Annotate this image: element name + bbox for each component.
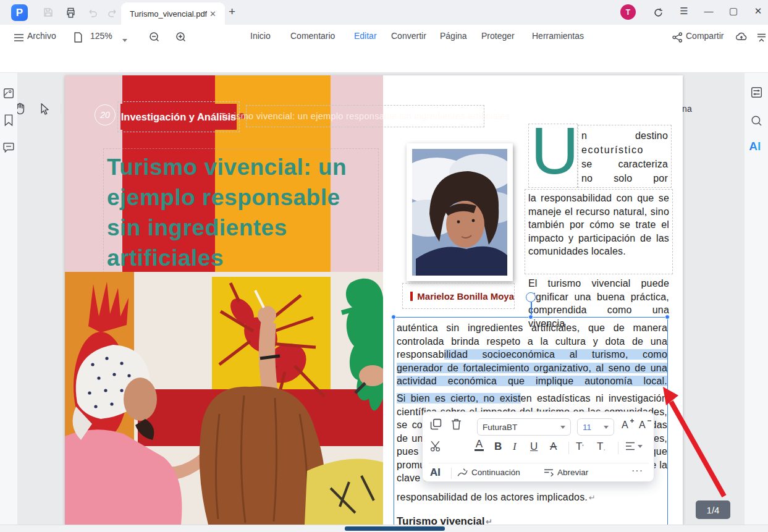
article-title[interactable]: Turismo vivencial: un ejemplo responsabl… xyxy=(107,152,376,273)
zoom-level-value[interactable]: 125% xyxy=(90,31,112,41)
thumbnails-icon[interactable] xyxy=(2,87,15,100)
menu-archivo[interactable]: Archivo xyxy=(27,31,56,41)
zoom-in-icon[interactable] xyxy=(175,31,187,43)
document-tab[interactable]: Turismo_vivencial.pdf ✕ xyxy=(121,2,225,25)
mural-photo[interactable] xyxy=(65,272,383,525)
select-cursor-icon[interactable] xyxy=(38,103,51,115)
tab-comentario[interactable]: Comentario xyxy=(290,31,335,41)
tab-editar[interactable]: Editar xyxy=(354,31,377,41)
zoom-out-icon[interactable] xyxy=(148,31,161,43)
redo-icon[interactable] xyxy=(106,6,119,19)
selected-paragraph[interactable]: auténtica sin ingredientes artificiales,… xyxy=(397,321,667,391)
svg-text:A: A xyxy=(622,420,628,430)
collapse-toolbar-icon[interactable] xyxy=(755,32,767,44)
intro-line[interactable]: no solo por xyxy=(581,171,668,185)
tab-inicio[interactable]: Inicio xyxy=(250,31,271,41)
caption-block[interactable]: Marieloz Bonilla Moya xyxy=(402,283,515,309)
ai-assistant-icon[interactable]: AI xyxy=(748,140,762,153)
font-family-value: FuturaBT xyxy=(483,423,517,432)
left-panel-bar xyxy=(0,73,17,525)
page-number-circle: 20 xyxy=(95,104,116,125)
selection-handle-topleft[interactable] xyxy=(391,315,396,319)
body-tail-text: responsabilidad de los actores implicado… xyxy=(397,492,588,502)
paragraph-return-mark: ↵ xyxy=(589,493,596,502)
red-arrow-annotation xyxy=(643,371,748,510)
portrait-photo[interactable] xyxy=(407,143,513,281)
italic-button[interactable]: I xyxy=(513,441,517,453)
comments-icon[interactable] xyxy=(2,140,15,154)
close-button[interactable]: ✕ xyxy=(751,6,765,17)
font-family-select[interactable]: FuturaBT xyxy=(477,418,571,436)
print-icon[interactable] xyxy=(64,6,77,19)
page-display-icon[interactable] xyxy=(72,31,84,43)
search-icon[interactable] xyxy=(749,114,763,127)
zoom-caret-icon[interactable] xyxy=(119,34,131,46)
minimize-button[interactable]: — xyxy=(702,6,715,16)
increase-font-icon[interactable]: A xyxy=(620,418,634,431)
continuacion-button[interactable]: Continuación xyxy=(457,468,520,477)
tab-title: Turismo_vivencial.pdf xyxy=(130,9,207,19)
next-heading-text: Turismo vivencial xyxy=(397,515,484,525)
pen-icon xyxy=(457,468,468,477)
rotate-handle[interactable] xyxy=(526,292,536,302)
body-paragraph-tail[interactable]: responsabilidad de los actores implicado… xyxy=(397,491,667,505)
abreviar-button[interactable]: Abreviar xyxy=(544,468,588,477)
tab-convertir[interactable]: Convertir xyxy=(391,31,426,41)
font-size-select[interactable]: 11 xyxy=(577,418,614,436)
intro-line[interactable]: ecoturístico xyxy=(581,143,668,157)
header-label-band: Investigación y Análisis xyxy=(120,104,237,130)
more-options-button[interactable]: ··· xyxy=(631,465,643,476)
superscript-button[interactable]: Tʹ xyxy=(576,441,583,453)
running-title: Turismo vivencial: un ejemplo responsabl… xyxy=(221,111,510,121)
strikethrough-button[interactable]: A xyxy=(550,441,557,453)
bookmark-icon[interactable] xyxy=(2,113,15,127)
maximize-button[interactable]: ▢ xyxy=(727,6,740,17)
ai-toolbar-icon[interactable]: AI xyxy=(430,467,441,479)
delete-icon[interactable] xyxy=(451,418,462,430)
tab-pagina[interactable]: Página xyxy=(440,31,467,41)
page-indicator-badge: 1/4 xyxy=(696,500,730,519)
copy-icon[interactable] xyxy=(430,418,442,430)
horizontal-scrollbar-thumb[interactable] xyxy=(345,526,445,531)
properties-panel-icon[interactable] xyxy=(749,85,763,99)
sync-icon[interactable] xyxy=(652,6,664,19)
heading-return-mark: ↵ xyxy=(486,517,492,525)
undo-icon[interactable] xyxy=(87,6,99,19)
para1-text[interactable]: la responsabilidad con que se maneje el … xyxy=(528,192,669,274)
selection-handle-topright[interactable] xyxy=(665,315,670,319)
cut-icon[interactable] xyxy=(430,441,442,452)
underline-button[interactable]: U xyxy=(530,441,538,453)
font-color-button[interactable]: A xyxy=(475,439,484,451)
header-label: Investigación y Análisis xyxy=(121,111,236,123)
alignment-button[interactable] xyxy=(625,442,643,450)
caption-text: Marieloz Bonilla Moya xyxy=(417,291,514,302)
horizontal-scrollbar[interactable] xyxy=(0,525,768,532)
tab-proteger[interactable]: Proteger xyxy=(481,31,515,41)
cloud-upload-icon[interactable] xyxy=(735,30,748,43)
user-avatar[interactable]: T xyxy=(620,4,636,20)
caption-bullet-icon xyxy=(410,292,413,301)
share-icon[interactable] xyxy=(671,31,683,43)
running-title-block[interactable]: Turismo vivencial: un ejemplo responsabl… xyxy=(246,105,484,127)
intro-line[interactable]: se caracteriza xyxy=(581,157,668,171)
compartir-button[interactable]: Compartir xyxy=(686,31,724,41)
app-menu-icon[interactable]: ☰ xyxy=(677,6,691,17)
bold-button[interactable]: B xyxy=(494,441,502,453)
next-heading[interactable]: Turismo vivencial↵ xyxy=(397,515,492,525)
pdf-page[interactable]: Investigación y Análisis 20 Turismo vive… xyxy=(65,75,683,525)
tab-herramientas[interactable]: Herramientas xyxy=(532,31,584,41)
hamburger-icon[interactable] xyxy=(12,32,25,44)
edit-toolbar: Editar todo Agregar texto Agregar imagen… xyxy=(0,48,768,73)
subscript-button[interactable]: Tˌ xyxy=(597,441,606,453)
right-panel-bar: AI xyxy=(745,73,768,525)
titlebar: P Turismo_vivencial.pdf ✕ + T ☰ — ▢ ✕ xyxy=(0,0,768,25)
app-logo-icon[interactable]: P xyxy=(11,4,28,21)
save-icon[interactable] xyxy=(42,6,54,19)
new-tab-button[interactable]: + xyxy=(229,5,235,19)
abbreviate-icon xyxy=(544,468,554,476)
selection-handle-topmid[interactable] xyxy=(528,315,533,319)
floating-format-toolbar: FuturaBT 11 A A A B I U A T xyxy=(422,412,654,482)
tab-close-icon[interactable]: ✕ xyxy=(207,8,219,20)
dropcap[interactable]: U xyxy=(531,119,579,183)
intro-line[interactable]: n destino xyxy=(581,129,668,143)
